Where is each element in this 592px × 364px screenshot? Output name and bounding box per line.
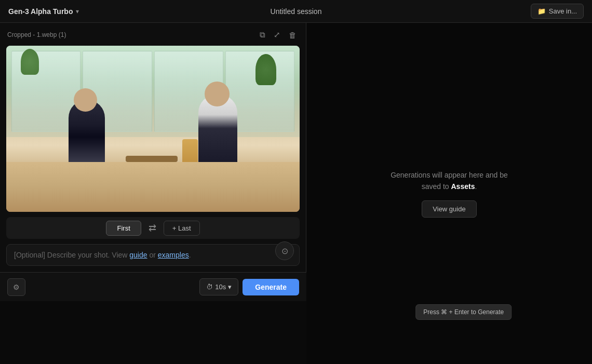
settings-icon: ⚙ <box>13 283 20 291</box>
copy-button[interactable]: ⧉ <box>258 29 267 41</box>
first-frame-button[interactable]: First <box>106 221 141 236</box>
resize-icon: ⤢ <box>274 30 280 39</box>
prompt-area: [Optional] Describe your shot. View guid… <box>6 244 300 266</box>
main-area: Cropped - 1.webp (1) ⧉ ⤢ 🗑 <box>0 23 592 364</box>
toolbar-right: ⏱ 10s ▾ Generate <box>199 278 299 295</box>
plant-right <box>255 54 276 85</box>
generations-message: Generations will appear here and be save… <box>391 169 508 193</box>
keyboard-shortcut-tooltip: Press ⌘ + Enter to Generate <box>415 304 512 320</box>
swap-frames-button[interactable]: ⇄ <box>143 220 162 236</box>
cafe-image <box>6 46 300 212</box>
generate-button[interactable]: Generate <box>243 279 299 295</box>
left-panel: Cropped - 1.webp (1) ⧉ ⤢ 🗑 <box>0 23 306 272</box>
app-dropdown-icon[interactable]: ▾ <box>76 8 79 15</box>
view-guide-button[interactable]: View guide <box>422 200 476 218</box>
delete-button[interactable]: 🗑 <box>287 29 299 41</box>
prompt-input[interactable] <box>7 245 299 269</box>
right-panel: Generations will appear here and be save… <box>306 23 592 364</box>
cafe-scene <box>6 46 300 212</box>
settings-button[interactable]: ⚙ <box>7 278 25 296</box>
timer-icon: ⏱ <box>206 283 213 291</box>
trash-icon: 🗑 <box>289 31 297 39</box>
panel-header: Cropped - 1.webp (1) ⧉ ⤢ 🗑 <box>6 29 300 41</box>
session-name: Untitled session <box>271 7 322 16</box>
nav-right: 📁 Save in... <box>531 4 584 19</box>
frame-selector: First ⇄ + Last <box>6 217 300 239</box>
panel-actions: ⧉ ⤢ 🗑 <box>258 29 299 41</box>
swap-icon: ⇄ <box>149 223 156 233</box>
bottom-toolbar: ⚙ ⏱ 10s ▾ Generate <box>0 272 306 301</box>
save-button[interactable]: 📁 Save in... <box>531 4 584 19</box>
resize-button[interactable]: ⤢ <box>272 29 282 41</box>
panel-label: Cropped - 1.webp (1) <box>7 31 66 38</box>
duration-value: 10s <box>215 283 226 291</box>
table <box>126 156 178 162</box>
top-nav: Gen-3 Alpha Turbo ▾ Untitled session 📁 S… <box>0 0 592 23</box>
person-right <box>198 95 237 162</box>
left-wrapper: Cropped - 1.webp (1) ⧉ ⤢ 🗑 <box>0 23 306 364</box>
plant-left <box>21 49 39 75</box>
generate-icon-button[interactable]: ⊙ <box>275 241 294 260</box>
last-frame-button[interactable]: + Last <box>164 221 200 236</box>
people-area <box>65 87 241 162</box>
cafe-floor <box>6 162 300 212</box>
app-title: Gen-3 Alpha Turbo <box>8 7 73 16</box>
copy-icon: ⧉ <box>260 30 265 39</box>
nav-left: Gen-3 Alpha Turbo ▾ <box>8 7 79 16</box>
duration-chevron-icon: ▾ <box>228 283 232 291</box>
image-container <box>6 46 300 212</box>
generate-small-icon: ⊙ <box>281 246 288 256</box>
person-left <box>69 100 105 162</box>
assets-label: Assets <box>451 182 475 191</box>
generations-text-line1: Generations will appear here and be <box>391 171 508 179</box>
generations-text-line2: saved to <box>422 182 451 191</box>
folder-icon: 📁 <box>537 7 546 15</box>
duration-button[interactable]: ⏱ 10s ▾ <box>199 278 238 295</box>
